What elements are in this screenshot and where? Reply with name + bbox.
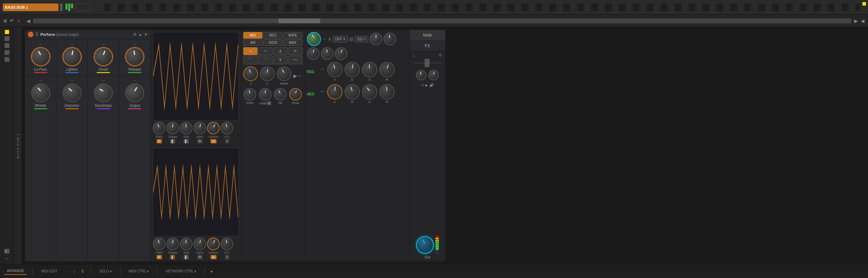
- transport-grid-icon[interactable]: ⊞: [3, 18, 7, 23]
- transport-close-icon[interactable]: ✕: [17, 18, 21, 24]
- feg-d-knob[interactable]: [345, 62, 360, 77]
- lopass-knob[interactable]: [31, 47, 50, 66]
- sidebar-icon-2[interactable]: [5, 43, 9, 48]
- osc2-sub-value[interactable]: ▌: [184, 255, 189, 259]
- tab-arrange[interactable]: ARRANGE: [4, 268, 27, 275]
- feg-r-knob[interactable]: [379, 62, 395, 77]
- osc2-oo-knob[interactable]: [221, 238, 233, 250]
- whistle-knob[interactable]: [31, 84, 50, 102]
- shape-btn-1[interactable]: ¬: [243, 47, 258, 55]
- out-knob[interactable]: [416, 236, 434, 254]
- shape-btn-3[interactable]: ∧: [273, 47, 287, 55]
- mix-btn-sign[interactable]: SIGN: [263, 39, 282, 46]
- mixer-drive-knob[interactable]: [289, 88, 302, 101]
- shape-btn-6[interactable]: ⌒ᵢ: [258, 56, 273, 64]
- lighten-knob[interactable]: [63, 47, 81, 66]
- osc2-oo-value[interactable]: I: [225, 255, 229, 259]
- l-knob[interactable]: [416, 70, 426, 80]
- output-knob[interactable]: [125, 84, 144, 102]
- mixer-arrow-icon[interactable]: ▶↔: [293, 73, 302, 79]
- shape-btn-2[interactable]: ¬ᵢ: [258, 47, 273, 55]
- shape-btn-4[interactable]: ∧ᵢ: [288, 47, 302, 55]
- sidebar-add-icon[interactable]: +: [5, 249, 9, 254]
- env-off-dropdown[interactable]: OFF ▼: [333, 36, 348, 42]
- mix-btn-mix[interactable]: MIX: [243, 32, 262, 39]
- fx-button[interactable]: FX: [410, 41, 445, 51]
- osc1-oo-knob[interactable]: [221, 122, 233, 134]
- osc1-sync-knob[interactable]: [194, 122, 206, 134]
- transport-forward-icon[interactable]: ▶: [854, 18, 858, 24]
- osc1-unison-knob[interactable]: [207, 122, 220, 134]
- env-knob-extra3[interactable]: [307, 47, 319, 60]
- osc1-pitch-value[interactable]: 8': [157, 139, 162, 143]
- shape-btn-5[interactable]: ⌒: [243, 56, 258, 64]
- osc2-sub-knob[interactable]: [180, 238, 192, 250]
- mixer-knob-2[interactable]: [260, 66, 275, 81]
- env-shape-icon[interactable]: ∧: [328, 36, 331, 42]
- distortion-knob[interactable]: [63, 84, 81, 102]
- lr-slider[interactable]: [425, 59, 429, 67]
- aeg-r-knob[interactable]: [379, 84, 395, 100]
- env-main-knob[interactable]: [307, 32, 321, 46]
- tab-midi-ctrl[interactable]: MIDI CTRL ♦: [126, 268, 152, 275]
- play-icon[interactable]: ▶: [425, 83, 428, 87]
- tab-arrow-down[interactable]: ↓: [66, 269, 68, 273]
- osc1-unison-value[interactable]: 1v: [211, 139, 217, 143]
- track-name[interactable]: BASS DUB 1: [3, 3, 58, 11]
- sidebar-icon-3[interactable]: [5, 50, 9, 55]
- osc1-shape-value[interactable]: ▌: [170, 139, 175, 143]
- feg-a-knob[interactable]: [327, 62, 342, 77]
- tab-diamond-icon[interactable]: ♦: [211, 269, 213, 274]
- note-button[interactable]: Note: [410, 30, 445, 41]
- env-knob-extra5[interactable]: [335, 47, 347, 60]
- scrollbar-thumb[interactable]: [278, 18, 320, 23]
- tab-fader-icon[interactable]: 🎚: [81, 269, 85, 274]
- osc1-sync-value[interactable]: R: [197, 139, 203, 143]
- env-knob-extra2[interactable]: [384, 33, 396, 45]
- mix-btn-neg[interactable]: NEG: [263, 32, 282, 39]
- down-icon[interactable]: ▼: [144, 32, 148, 37]
- osc2-unison-value[interactable]: 2v: [211, 255, 217, 259]
- sidebar-icon-1[interactable]: [5, 36, 9, 41]
- mixer-knob-noise[interactable]: [277, 66, 291, 81]
- power-button[interactable]: ⏻: [28, 32, 33, 37]
- onset-knob[interactable]: [94, 47, 113, 66]
- feg-s-knob[interactable]: [362, 62, 377, 77]
- r-knob[interactable]: [428, 70, 439, 80]
- transport-undo-icon[interactable]: ↶: [10, 18, 14, 24]
- mix-btn-wipe[interactable]: WIPE: [283, 32, 302, 39]
- transport-back2-icon[interactable]: ◀: [861, 18, 865, 24]
- sirendelay-knob[interactable]: [94, 84, 113, 102]
- osc2-pitch-knob[interactable]: [153, 238, 165, 250]
- env-arrow-icon[interactable]: ↔: [322, 37, 326, 41]
- pin-icon[interactable]: ⊙: [421, 83, 424, 87]
- mixer-knob-1[interactable]: [243, 66, 258, 81]
- shape-btn-8[interactable]: —: [288, 56, 302, 64]
- osc2-unison-knob[interactable]: [207, 238, 220, 250]
- settings-icon[interactable]: ⚙: [133, 32, 137, 37]
- env-bars-icon[interactable]: ||||: [349, 37, 354, 41]
- tab-note-icon[interactable]: ♪: [73, 269, 75, 274]
- osc1-pitch-knob[interactable]: [153, 122, 165, 134]
- aeg-s-knob[interactable]: [362, 84, 377, 100]
- tab-network-ctrl[interactable]: NETWORK CTRL ♦: [163, 268, 199, 275]
- mixer-glide-mode[interactable]: L: [267, 101, 271, 105]
- osc2-pitch-value[interactable]: 8': [157, 255, 162, 259]
- env-eg-dropdown[interactable]: EG ✎: [355, 36, 368, 42]
- aeg-d-knob[interactable]: [345, 84, 360, 100]
- tab-solo[interactable]: SOLO ♦: [96, 268, 115, 275]
- up-icon[interactable]: ▲: [139, 32, 142, 37]
- mixer-fb-knob[interactable]: [274, 88, 286, 101]
- release-knob[interactable]: [125, 47, 144, 66]
- aeg-a-knob[interactable]: [327, 84, 342, 100]
- tab-midi-edit[interactable]: MIDI EDIT: [38, 268, 60, 275]
- shape-btn-7[interactable]: ∨: [273, 56, 287, 64]
- osc1-sub-value[interactable]: ▌: [184, 139, 189, 143]
- osc1-sub-knob[interactable]: [180, 122, 192, 134]
- env-knob-extra1[interactable]: [370, 33, 382, 45]
- mixer-pitch-knob[interactable]: [244, 88, 256, 101]
- transport-scrollbar[interactable]: [33, 18, 851, 23]
- sidebar-icon-4[interactable]: [5, 57, 9, 62]
- env-knob-extra4[interactable]: [321, 47, 333, 60]
- osc1-shape-knob[interactable]: [166, 122, 179, 134]
